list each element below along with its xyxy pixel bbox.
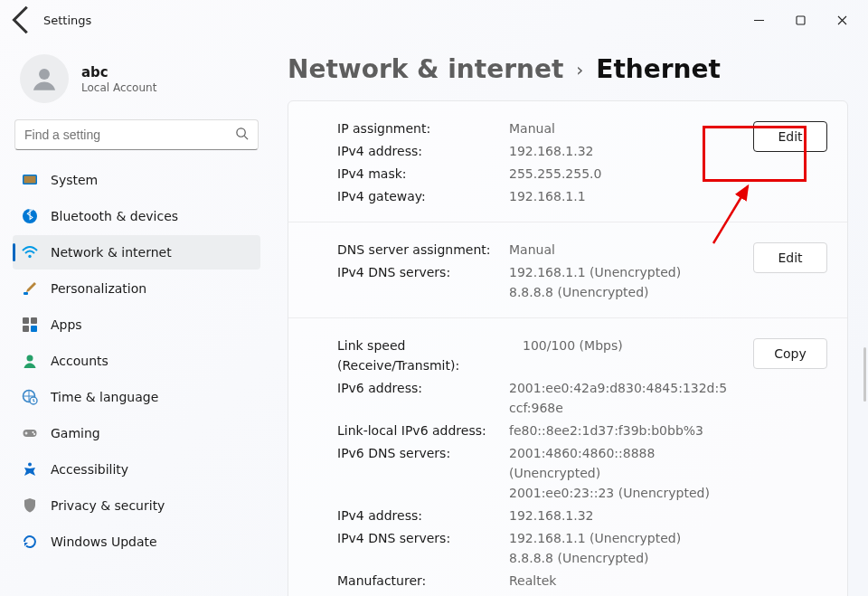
window-close-button[interactable] bbox=[821, 2, 863, 38]
copy-info-button[interactable]: Copy bbox=[753, 338, 827, 369]
user-name: abc bbox=[81, 64, 156, 80]
svg-rect-9 bbox=[31, 317, 37, 324]
value-ipv6-address: 2001:ee0:42a9:d830:4845:132d:5ccf:968e bbox=[509, 378, 827, 418]
main-content: Network & internet › Ethernet IP assignm… bbox=[271, 40, 868, 596]
edit-ip-button[interactable]: Edit bbox=[753, 121, 827, 152]
sidebar-item-system[interactable]: System bbox=[13, 163, 260, 197]
label-ipv4-gateway: IPv4 gateway: bbox=[337, 186, 509, 206]
nav-list: System Bluetooth & devices Network & int… bbox=[13, 163, 260, 559]
svg-rect-7 bbox=[24, 292, 28, 295]
sidebar-item-time-language[interactable]: Time & language bbox=[13, 380, 260, 414]
person-icon bbox=[22, 353, 38, 369]
globe-clock-icon bbox=[22, 389, 38, 405]
sidebar-item-privacy[interactable]: Privacy & security bbox=[13, 488, 260, 523]
sidebar-item-accessibility[interactable]: Accessibility bbox=[13, 452, 260, 487]
label-ip-assignment: IP assignment: bbox=[337, 118, 509, 138]
bluetooth-icon bbox=[22, 208, 38, 224]
window-title: Settings bbox=[43, 14, 91, 27]
sidebar-item-apps[interactable]: Apps bbox=[13, 307, 260, 342]
dns-assignment-section: DNS server assignment:Manual IPv4 DNS se… bbox=[288, 222, 847, 317]
apps-icon bbox=[22, 317, 38, 333]
sidebar: abc Local Account System Bluetooth & dev… bbox=[0, 40, 271, 596]
sidebar-item-label: Privacy & security bbox=[51, 498, 165, 513]
sidebar-item-windows-update[interactable]: Windows Update bbox=[13, 525, 260, 559]
svg-point-2 bbox=[237, 128, 245, 137]
value-manufacturer: Realtek bbox=[509, 571, 827, 591]
update-icon bbox=[22, 534, 38, 550]
sidebar-item-personalization[interactable]: Personalization bbox=[13, 271, 260, 306]
user-block[interactable]: abc Local Account bbox=[13, 49, 260, 119]
sidebar-item-label: System bbox=[51, 173, 98, 187]
svg-rect-4 bbox=[24, 176, 36, 184]
breadcrumb-parent[interactable]: Network & internet bbox=[288, 54, 563, 84]
network-info-section: Link speed (Receive/Transmit):100/100 (M… bbox=[288, 317, 847, 596]
sidebar-item-label: Accounts bbox=[51, 354, 108, 368]
sidebar-item-label: Windows Update bbox=[51, 535, 157, 549]
label-manufacturer: Manufacturer: bbox=[337, 571, 509, 591]
label-link-speed: Link speed (Receive/Transmit): bbox=[337, 336, 523, 375]
value-ipv6-dns: 2001:4860:4860::8888 (Unencrypted) 2001:… bbox=[509, 443, 827, 503]
svg-point-16 bbox=[33, 431, 34, 433]
sidebar-item-label: Apps bbox=[51, 317, 82, 332]
sidebar-item-label: Personalization bbox=[51, 281, 146, 296]
value-ipv4-address-2: 192.168.1.32 bbox=[509, 506, 827, 525]
value-ipv4-dns-2: 192.168.1.1 (Unencrypted) 8.8.8.8 (Unenc… bbox=[509, 528, 827, 568]
window-maximize-button[interactable] bbox=[779, 2, 821, 38]
scrollbar-thumb[interactable] bbox=[863, 347, 866, 402]
avatar bbox=[20, 54, 69, 103]
system-icon bbox=[22, 172, 38, 188]
search-box[interactable] bbox=[14, 119, 259, 150]
sidebar-item-network[interactable]: Network & internet bbox=[13, 235, 260, 270]
label-link-local: Link-local IPv6 address: bbox=[337, 421, 509, 440]
sidebar-item-label: Network & internet bbox=[51, 245, 172, 260]
label-dns-assignment: DNS server assignment: bbox=[337, 240, 509, 260]
label-ipv4-dns: IPv4 DNS servers: bbox=[337, 262, 509, 282]
window-minimize-button[interactable] bbox=[738, 2, 779, 38]
accessibility-icon bbox=[22, 461, 38, 478]
sidebar-item-gaming[interactable]: Gaming bbox=[13, 416, 260, 450]
label-ipv4-address-2: IPv4 address: bbox=[337, 506, 509, 525]
svg-point-1 bbox=[39, 69, 50, 80]
back-button[interactable] bbox=[5, 3, 40, 37]
brush-icon bbox=[22, 280, 38, 297]
breadcrumb: Network & internet › Ethernet bbox=[288, 54, 848, 84]
sidebar-item-accounts[interactable]: Accounts bbox=[13, 344, 260, 378]
edit-dns-button[interactable]: Edit bbox=[753, 242, 827, 273]
sidebar-item-label: Gaming bbox=[51, 426, 100, 440]
svg-rect-0 bbox=[797, 16, 805, 24]
value-link-local: fe80::8ee2:1d37:f39b:b0bb%3 bbox=[509, 421, 827, 440]
search-input[interactable] bbox=[24, 128, 235, 142]
label-ipv6-address: IPv6 address: bbox=[337, 378, 509, 398]
title-bar: Settings bbox=[0, 0, 868, 40]
label-ipv4-address: IPv4 address: bbox=[337, 141, 509, 161]
search-icon bbox=[235, 127, 249, 143]
chevron-right-icon: › bbox=[576, 59, 583, 80]
value-ipv4-mask: 255.255.255.0 bbox=[509, 164, 827, 184]
page-title: Ethernet bbox=[596, 54, 721, 84]
ip-assignment-section: IP assignment:Manual IPv4 address:192.16… bbox=[288, 101, 847, 222]
svg-point-17 bbox=[33, 433, 35, 435]
svg-rect-8 bbox=[23, 317, 29, 324]
label-ipv6-dns: IPv6 DNS servers: bbox=[337, 443, 509, 463]
svg-rect-10 bbox=[23, 326, 29, 332]
sidebar-item-bluetooth[interactable]: Bluetooth & devices bbox=[13, 199, 260, 233]
ethernet-panel: IP assignment:Manual IPv4 address:192.16… bbox=[288, 100, 848, 596]
user-subtitle: Local Account bbox=[81, 81, 156, 94]
sidebar-item-label: Time & language bbox=[51, 390, 158, 404]
sidebar-item-label: Accessibility bbox=[51, 462, 128, 477]
gamepad-icon bbox=[22, 425, 38, 441]
svg-point-18 bbox=[28, 463, 32, 467]
svg-rect-11 bbox=[31, 326, 37, 332]
shield-icon bbox=[22, 497, 38, 514]
svg-point-12 bbox=[27, 355, 33, 362]
label-ipv4-dns-2: IPv4 DNS servers: bbox=[337, 528, 509, 548]
sidebar-item-label: Bluetooth & devices bbox=[51, 209, 178, 223]
value-ipv4-gateway: 192.168.1.1 bbox=[509, 186, 827, 206]
label-ipv4-mask: IPv4 mask: bbox=[337, 164, 509, 184]
svg-point-6 bbox=[28, 255, 31, 258]
wifi-icon bbox=[22, 244, 38, 260]
